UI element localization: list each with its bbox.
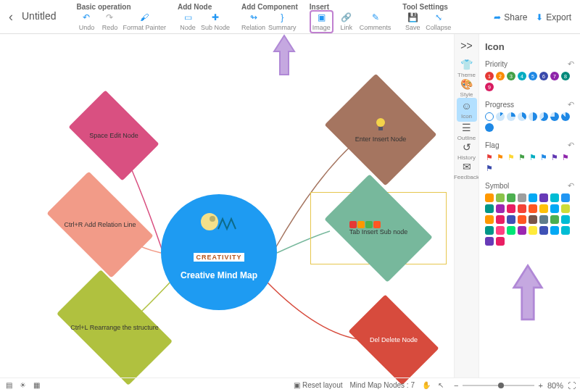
priority-5[interactable]: 5 xyxy=(529,72,537,80)
symbol-27[interactable] xyxy=(518,226,526,235)
flag-6[interactable]: ⚑ xyxy=(550,153,559,162)
symbol-20[interactable] xyxy=(529,215,537,224)
node-rearrange[interactable]: Ctrl+L Rearrange the structure xyxy=(42,296,187,359)
rail-collapse[interactable]: >> xyxy=(457,40,477,51)
symbol-2[interactable] xyxy=(507,193,515,202)
tool-relation[interactable]: ↬Relation xyxy=(241,12,265,31)
symbol-28[interactable] xyxy=(529,226,537,235)
flag-7[interactable]: ⚑ xyxy=(561,153,570,162)
tool-save[interactable]: 💾Save xyxy=(402,12,423,31)
priority-1[interactable]: 1 xyxy=(485,72,494,80)
progress-1[interactable] xyxy=(496,112,505,121)
flag-0[interactable]: ⚑ xyxy=(485,153,494,162)
zoom-in-button[interactable]: + xyxy=(539,381,543,390)
symbol-18[interactable] xyxy=(507,215,515,224)
symbol-13[interactable] xyxy=(539,204,548,213)
center-node[interactable]: CREATIVITY Creative Mind Map xyxy=(161,194,277,310)
tool-summary[interactable]: }Summary xyxy=(268,12,297,31)
reset-layout-button[interactable]: ▣ Reset layout xyxy=(294,381,342,389)
tool-link[interactable]: 🔗Link xyxy=(336,12,357,33)
flag-1[interactable]: ⚑ xyxy=(496,153,505,162)
progress-3[interactable] xyxy=(518,112,526,121)
node-enter-insert[interactable]: Enter Insert Node xyxy=(319,93,442,166)
priority-9[interactable]: 9 xyxy=(485,83,494,91)
tool-redo[interactable]: ↷Redo xyxy=(99,12,120,31)
pan-icon[interactable]: ✋ xyxy=(422,381,431,389)
progress-0[interactable] xyxy=(485,112,494,121)
symbol-33[interactable] xyxy=(496,237,505,246)
tool-sub-node[interactable]: ✚Sub Node xyxy=(201,12,230,31)
symbol-10[interactable] xyxy=(507,204,515,213)
flag-8[interactable]: ⚑ xyxy=(485,164,494,172)
symbol-12[interactable] xyxy=(529,204,537,213)
symbol-17[interactable] xyxy=(496,215,505,224)
layers-icon[interactable]: ▤ xyxy=(6,381,12,389)
node-add-relation[interactable]: Ctrl+R Add Relation Line xyxy=(35,195,165,254)
tool-collapse[interactable]: ⤡Collapse xyxy=(426,12,451,31)
flag-2[interactable]: ⚑ xyxy=(507,153,515,162)
symbol-9[interactable] xyxy=(496,204,505,213)
symbol-29[interactable] xyxy=(539,226,548,235)
rail-theme[interactable]: 👕Theme xyxy=(457,59,477,78)
progress-8[interactable] xyxy=(485,123,494,132)
symbol-14[interactable] xyxy=(550,204,559,213)
symbol-3[interactable] xyxy=(518,193,526,202)
node-del-delete[interactable]: Del Delete Node xyxy=(339,314,448,366)
priority-7[interactable]: 7 xyxy=(550,72,559,80)
symbol-16[interactable] xyxy=(485,215,494,224)
priority-reset-icon[interactable]: ↶ xyxy=(568,59,574,69)
symbol-4[interactable] xyxy=(529,193,537,202)
priority-4[interactable]: 4 xyxy=(518,72,526,80)
pointer-icon[interactable]: ↖ xyxy=(438,381,444,389)
tool-undo[interactable]: ↶Undo xyxy=(76,12,96,31)
priority-8[interactable]: 8 xyxy=(561,72,570,80)
tool-comments[interactable]: ✎Comments xyxy=(360,12,392,33)
mindmap-canvas[interactable]: CREATIVITY Creative Mind Map Space Edit … xyxy=(0,34,450,378)
progress-5[interactable] xyxy=(539,112,548,121)
rail-feedback[interactable]: ✉Feedback xyxy=(457,161,477,180)
zoom-slider[interactable] xyxy=(463,385,534,386)
export-button[interactable]: ⬇Export xyxy=(536,12,571,22)
symbol-24[interactable] xyxy=(485,226,494,235)
node-space-edit[interactable]: Space Edit Node xyxy=(59,109,168,162)
progress-2[interactable] xyxy=(507,112,515,121)
progress-6[interactable] xyxy=(550,112,559,121)
tool-node[interactable]: ▭Node xyxy=(178,12,198,31)
rail-style[interactable]: 🎨Style xyxy=(457,78,477,98)
grid-icon[interactable]: ▦ xyxy=(33,381,40,389)
document-title[interactable]: Untitled xyxy=(22,10,56,22)
symbol-7[interactable] xyxy=(561,193,570,202)
symbol-5[interactable] xyxy=(539,193,548,202)
progress-7[interactable] xyxy=(561,112,570,121)
symbol-22[interactable] xyxy=(550,215,559,224)
zoom-out-button[interactable]: − xyxy=(454,381,458,390)
rail-icon[interactable]: ☺Icon xyxy=(457,98,477,122)
progress-4[interactable] xyxy=(529,112,537,121)
flag-5[interactable]: ⚑ xyxy=(539,153,548,162)
symbol-19[interactable] xyxy=(518,215,526,224)
fullscreen-icon[interactable]: ⛶ xyxy=(568,381,576,390)
symbol-8[interactable] xyxy=(485,204,494,213)
symbol-15[interactable] xyxy=(561,204,570,213)
symbol-30[interactable] xyxy=(550,226,559,235)
progress-reset-icon[interactable]: ↶ xyxy=(568,100,574,109)
symbol-11[interactable] xyxy=(518,204,526,213)
flag-3[interactable]: ⚑ xyxy=(518,153,526,162)
priority-2[interactable]: 2 xyxy=(496,72,505,80)
rail-outline[interactable]: ☰Outline xyxy=(457,122,477,141)
symbol-32[interactable] xyxy=(485,237,494,246)
tool-format-painter[interactable]: 🖌Format Painter xyxy=(123,12,166,31)
symbol-25[interactable] xyxy=(496,226,505,235)
symbol-reset-icon[interactable]: ↶ xyxy=(568,181,574,191)
symbol-23[interactable] xyxy=(561,215,570,224)
flag-4[interactable]: ⚑ xyxy=(529,153,537,162)
node-tab-insert-sub[interactable]: Tab Insert Sub node xyxy=(315,196,442,260)
tool-image[interactable]: ▣Image xyxy=(310,10,334,33)
symbol-0[interactable] xyxy=(485,193,494,202)
priority-6[interactable]: 6 xyxy=(539,72,548,80)
symbol-31[interactable] xyxy=(561,226,570,235)
flag-reset-icon[interactable]: ↶ xyxy=(568,141,574,150)
rail-history[interactable]: ↺History xyxy=(457,141,477,161)
symbol-1[interactable] xyxy=(496,193,505,202)
symbol-21[interactable] xyxy=(539,215,548,224)
